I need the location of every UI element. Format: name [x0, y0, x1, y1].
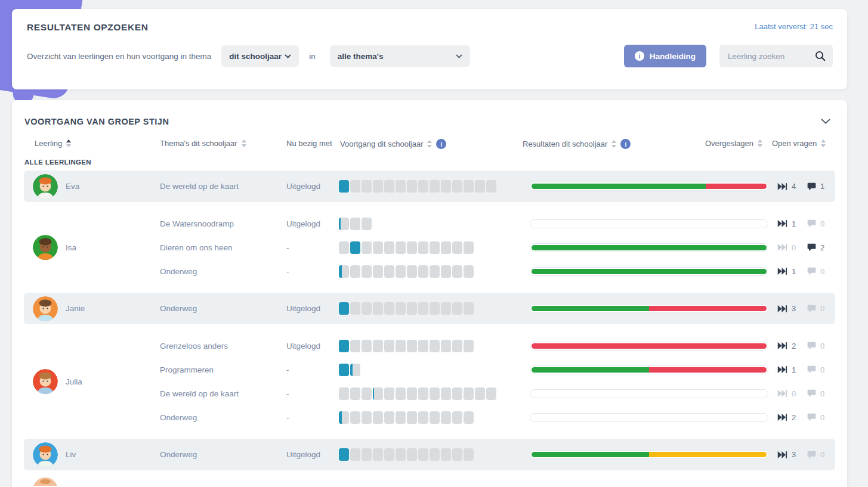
student-cell-liv[interactable]: Liv — [24, 439, 160, 470]
open-questions-cell[interactable]: 0 — [802, 413, 835, 422]
now-busy-status: - — [286, 365, 339, 374]
progress-card: VOORTGANG VAN GROEP STIJN Leerling Thema… — [12, 100, 847, 487]
search-input[interactable] — [727, 51, 815, 61]
theme-progress-blocks — [339, 180, 530, 193]
skipped-cell[interactable]: 0 — [773, 243, 802, 252]
skipped-cell[interactable]: 2 — [773, 342, 802, 350]
open-questions-cell[interactable]: 0 — [802, 219, 835, 228]
info-icon[interactable]: i — [436, 139, 446, 149]
theme-link-onderweg[interactable]: Onderweg — [160, 304, 286, 313]
skipped-cell[interactable]: 3 — [773, 450, 802, 459]
student-cell-isa[interactable]: Isa — [24, 209, 160, 286]
now-busy-status: Uitgelogd — [286, 182, 339, 191]
open-questions-icon — [807, 305, 816, 313]
open-questions-cell[interactable]: 0 — [802, 450, 835, 459]
last-refreshed-label: Laatst ververst: 21 sec — [755, 22, 833, 31]
column-header-thema-s-dit-schooljaar[interactable]: Thema's dit schooljaar — [160, 139, 247, 148]
student-group-eva: Eva De wereld op de kaart Uitgelogd 4 1 — [24, 170, 835, 202]
open-questions-cell[interactable]: 1 — [802, 182, 835, 191]
open-questions-count: 0 — [820, 219, 824, 228]
manual-button-label: Handleiding — [650, 52, 696, 61]
column-header-open-vragen[interactable]: Open vragen — [772, 139, 826, 148]
progress-block — [339, 265, 349, 278]
themes-dropdown[interactable]: alle thema's — [330, 45, 470, 67]
progress-block — [418, 411, 428, 424]
chevron-down-icon — [821, 119, 830, 124]
skipped-cell[interactable]: 1 — [773, 267, 802, 276]
skipped-icon — [777, 413, 787, 421]
skipped-icon — [777, 342, 787, 350]
column-header-overgeslagen[interactable]: Overgeslagen — [705, 139, 763, 148]
progress-block — [362, 387, 372, 400]
student-cell-julia[interactable]: Julia — [24, 331, 160, 432]
theme-link-programmeren[interactable]: Programmeren — [160, 365, 286, 374]
progress-block — [384, 180, 394, 193]
skipped-cell[interactable]: 0 — [773, 389, 802, 398]
page-title: RESULTATEN OPZOEKEN — [27, 22, 148, 33]
student-group-isa: Isa De Watersnoodramp Uitgelogd 1 0 Dier… — [24, 209, 835, 286]
student-cell-janie[interactable]: Janie — [24, 293, 160, 324]
theme-link-grenzeloos-anders[interactable]: Grenzeloos anders — [160, 342, 286, 350]
progress-block — [464, 448, 474, 461]
now-busy-status: Uitgelogd — [286, 219, 339, 228]
progress-block — [396, 265, 406, 278]
open-questions-cell[interactable]: 2 — [802, 243, 835, 252]
skipped-count: 0 — [792, 243, 796, 252]
column-header-resultaten-dit-schooljaar[interactable]: Resultaten dit schooljaar i — [523, 139, 631, 149]
progress-block — [373, 241, 383, 254]
open-questions-cell[interactable]: 0 — [802, 389, 835, 398]
results-bar — [530, 243, 768, 252]
column-header-voortgang-dit-schooljaar[interactable]: Voortgang dit schooljaar i — [340, 139, 446, 149]
theme-link-de-wereld-op-de-kaart[interactable]: De wereld op de kaart — [160, 182, 286, 191]
search-icon[interactable] — [815, 51, 826, 61]
progress-block — [407, 302, 417, 315]
progress-block — [486, 387, 496, 400]
progress-block — [396, 411, 406, 424]
open-questions-icon — [807, 451, 816, 459]
progress-block — [396, 340, 406, 352]
progress-block — [430, 387, 440, 400]
theme-link-onderweg[interactable]: Onderweg — [160, 413, 286, 422]
progress-block — [339, 411, 349, 424]
open-questions-count: 2 — [820, 243, 824, 252]
schoolyear-dropdown[interactable]: dit schooljaar — [221, 45, 299, 67]
column-header-leerling[interactable]: Leerling — [35, 139, 72, 148]
collapse-section-button[interactable] — [818, 114, 833, 128]
student-avatar — [33, 477, 58, 486]
theme-link-onderweg[interactable]: Onderweg — [160, 267, 286, 276]
skipped-icon — [777, 365, 787, 374]
progress-block — [430, 241, 440, 254]
skipped-cell[interactable]: 3 — [773, 304, 802, 313]
progress-block — [362, 411, 372, 424]
skipped-cell[interactable]: 1 — [773, 219, 802, 228]
theme-row: De wereld op de kaart - 0 0 — [160, 381, 835, 405]
info-icon: i — [635, 51, 644, 61]
student-cell-eva[interactable]: Eva — [24, 170, 160, 202]
progress-block — [407, 448, 417, 461]
theme-link-de-wereld-op-de-kaart[interactable]: De wereld op de kaart — [160, 389, 286, 398]
theme-link-dieren-om-ons-heen[interactable]: Dieren om ons heen — [160, 243, 286, 252]
skipped-cell[interactable]: 1 — [773, 365, 802, 374]
progress-block — [339, 340, 349, 352]
info-icon[interactable]: i — [620, 139, 631, 149]
manual-button[interactable]: i Handleiding — [624, 45, 706, 67]
progress-block — [396, 241, 406, 254]
progress-block — [384, 411, 394, 424]
student-name: Julia — [66, 377, 82, 386]
progress-block — [373, 387, 383, 400]
theme-link-onderweg[interactable]: Onderweg — [160, 450, 286, 459]
open-questions-cell[interactable]: 0 — [802, 365, 835, 374]
progress-block — [452, 302, 462, 315]
column-header-label: Overgeslagen — [705, 139, 753, 148]
theme-link-de-watersnoodramp[interactable]: De Watersnoodramp — [160, 219, 286, 228]
skipped-cell[interactable]: 4 — [773, 182, 802, 191]
open-questions-cell[interactable]: 0 — [802, 342, 835, 350]
results-bar — [530, 267, 768, 276]
progress-block — [339, 387, 349, 400]
skipped-cell[interactable]: 2 — [773, 413, 802, 422]
open-questions-icon — [807, 267, 816, 275]
open-questions-cell[interactable]: 0 — [802, 267, 835, 276]
progress-block — [362, 218, 372, 230]
open-questions-cell[interactable]: 0 — [802, 304, 835, 313]
progress-block — [350, 241, 360, 254]
